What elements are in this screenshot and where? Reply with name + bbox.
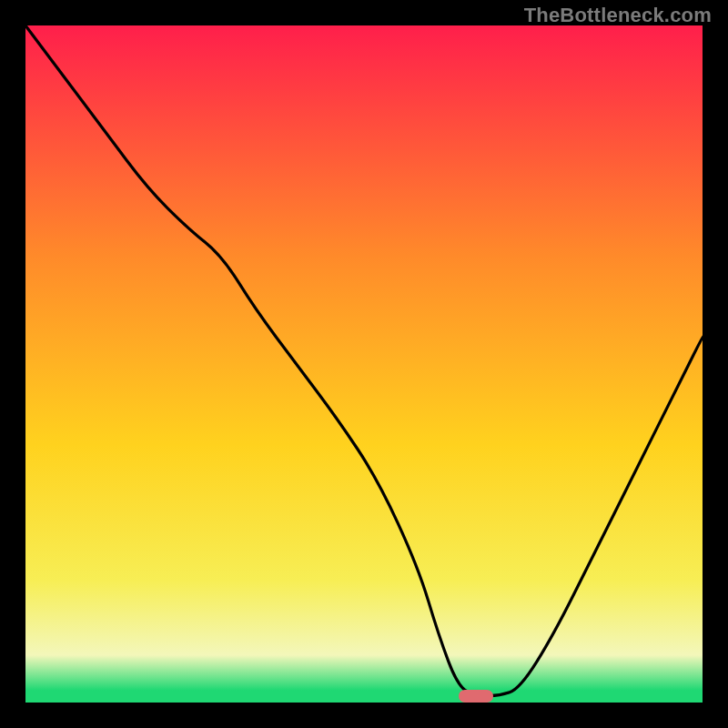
watermark-text: TheBottleneck.com — [524, 4, 712, 27]
plot-area — [25, 25, 703, 703]
optimum-marker — [459, 690, 493, 703]
bottleneck-curve — [25, 25, 703, 703]
chart-frame: TheBottleneck.com — [0, 0, 728, 728]
